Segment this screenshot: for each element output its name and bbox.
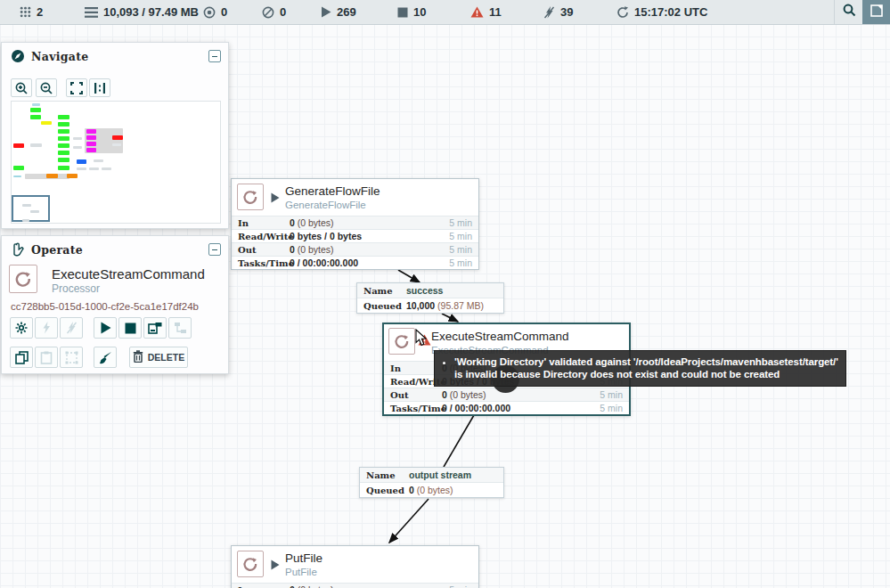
active-threads-indicator: 2 [20, 0, 43, 24]
minimap-component [58, 158, 69, 162]
operate-panel-title: Operate [31, 243, 83, 257]
zoom-actual-size-button[interactable] [89, 78, 110, 97]
minimap-component [32, 103, 40, 106]
processor-stamp-icon [237, 551, 264, 577]
stat-row-tasks: Tasks/Time 0 / 00:00:00.000 5 min [232, 256, 478, 269]
threads-grid-icon [20, 6, 31, 18]
disabled-count: 39 [560, 5, 573, 19]
nifi-application: 2 10,093 / 97.49 MB 0 0 269 [0, 0, 890, 588]
group-button[interactable] [168, 317, 192, 339]
paste-button[interactable] [35, 347, 58, 368]
minimap-component [46, 174, 58, 178]
processor-putfile[interactable]: PutFile PutFile In 0 (0 bytes) 5 min [231, 545, 479, 588]
panel-toggle-button[interactable] [862, 0, 890, 24]
navigate-panel-header: Navigate [2, 43, 228, 69]
stopped-square-icon [397, 7, 408, 18]
minimap-component [30, 115, 41, 119]
transmitting-icon [203, 6, 216, 19]
queued-list-icon [85, 7, 98, 18]
minimap-component [58, 143, 69, 148]
minimap-component [77, 167, 86, 170]
minimap-component [58, 122, 69, 127]
connection-label-success[interactable]: Name success Queued 10,000 (95.87 MB) [356, 282, 504, 314]
group-selection-button[interactable] [60, 347, 83, 368]
stat-row-out: Out 0 (0 bytes) 5 min [232, 242, 478, 256]
panel-toggle-icon [870, 4, 883, 20]
validation-error-text: 'Working Directory' validated against '/… [454, 355, 845, 380]
connection-label-output-stream[interactable]: Name output stream Queued 0 (0 bytes) [359, 467, 504, 498]
processor-name: PutFile [285, 551, 323, 565]
active-threads-count: 2 [37, 5, 43, 19]
compass-icon [11, 49, 25, 67]
copy-button[interactable] [10, 347, 33, 368]
minimap-component [58, 115, 69, 119]
stat-row-in: In 0 (0 bytes) 5 min [232, 583, 478, 588]
minimap-component [58, 129, 69, 134]
minimap-component [112, 143, 121, 146]
minimap-component [86, 148, 96, 152]
processor-stamp-icon [9, 265, 37, 293]
invalid-warning-icon [470, 6, 484, 18]
processor-generateflowfile[interactable]: GenerateFlowFile GenerateFlowFile In 0 (… [231, 178, 479, 270]
processor-name: ExecuteStreamCommand [431, 330, 569, 343]
minimap-component [86, 142, 96, 146]
connection-queued-row: Queued 0 (0 bytes) [360, 483, 503, 497]
create-template-button[interactable] [143, 317, 167, 339]
invalid-indicator: 11 [470, 0, 502, 24]
stat-row-readwrite: Read/Write 0 bytes / 0 bytes 5 min [232, 229, 478, 242]
minimap-component [41, 121, 52, 125]
zoom-in-button[interactable] [11, 78, 32, 97]
connection-queued-row: Queued 10,000 (95.87 MB) [357, 298, 503, 313]
minimap-viewport[interactable] [12, 195, 50, 222]
search-button[interactable] [834, 0, 863, 24]
configure-button[interactable] [10, 317, 33, 339]
delete-button[interactable]: DELETE [129, 347, 188, 368]
minimap-component [58, 166, 69, 170]
disabled-lightning-slash-icon [543, 6, 555, 19]
zoom-fit-button[interactable] [66, 78, 87, 97]
minimap-component [89, 167, 99, 170]
minimap-component [58, 136, 69, 141]
minimap-component [58, 151, 69, 155]
operate-collapse-button[interactable] [208, 243, 221, 256]
stopped-indicator: 10 [397, 0, 426, 24]
operate-panel-header: Operate [2, 236, 228, 263]
running-state-icon [271, 558, 280, 574]
running-play-icon [321, 6, 331, 18]
minimap-component [86, 129, 96, 134]
zoom-out-button[interactable] [36, 78, 57, 97]
minimap-component [102, 167, 111, 170]
stat-row-in: In 0 (0 bytes) 5 min [232, 216, 478, 229]
disable-button[interactable] [60, 317, 83, 339]
minimap-component [112, 135, 123, 140]
stop-button[interactable] [118, 317, 142, 339]
start-button[interactable] [94, 317, 117, 339]
selected-component-type: Processor [52, 282, 100, 295]
change-color-brush-button[interactable] [94, 347, 117, 368]
generateflowfile-header: GenerateFlowFile GenerateFlowFile [232, 179, 478, 216]
delete-button-label: DELETE [148, 352, 184, 363]
birdseye-minimap[interactable] [11, 101, 221, 224]
not-transmitting-count: 0 [280, 5, 286, 19]
minimap-component [30, 143, 42, 147]
connection-name: output stream [409, 470, 471, 480]
connection-name-row: Name success [357, 283, 503, 298]
putfile-header: PutFile PutFile [232, 546, 478, 583]
last-refresh-time: 15:17:02 UTC [634, 5, 707, 19]
operate-panel: Operate ExecuteStreamCommand Processor c… [1, 235, 229, 374]
minimap-component [94, 159, 103, 162]
running-indicator: 269 [321, 0, 356, 24]
selected-component-id[interactable]: cc728bb5-015d-1000-cf2e-5ca1e17df24b [11, 301, 199, 312]
minimap-component [77, 159, 86, 164]
navigate-collapse-button[interactable] [208, 50, 221, 62]
transmitting-indicator: 0 [203, 0, 227, 24]
minimap-component [13, 166, 24, 170]
hand-icon [11, 242, 24, 260]
enable-button[interactable] [35, 317, 58, 339]
stopped-count: 10 [413, 5, 426, 19]
transmitting-count: 0 [221, 5, 227, 19]
navigate-panel: Navigate [1, 42, 229, 229]
search-icon [843, 4, 856, 20]
mouse-cursor [415, 329, 428, 350]
refresh-icon[interactable] [616, 6, 629, 19]
